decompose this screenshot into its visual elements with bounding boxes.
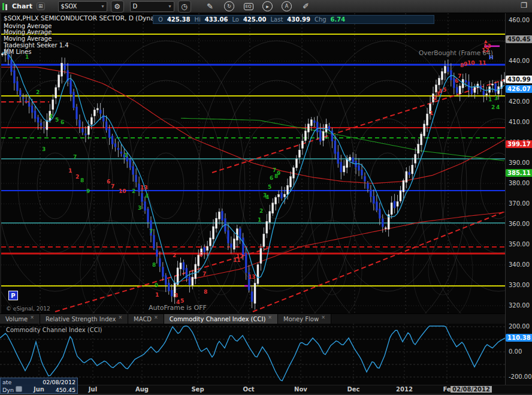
time-interval-button[interactable]: ◷ [178,1,191,13]
price-chart-canvas[interactable]: 1245637891267101312347891234567811121312… [1,13,506,313]
open-value: 425.38 [167,16,191,23]
chart-annotation: 2 [132,188,135,194]
tab-close-icon[interactable]: × [154,315,158,320]
pencil-icon: ✎ [207,2,213,11]
cci-tick-label: -200.00 [509,373,532,380]
chart-annotation: 4 [439,88,442,94]
chart-annotation: 2 [173,252,176,258]
price-chart-pane[interactable]: 1245637891267101312347891234567811121312… [0,13,505,313]
tab-close-icon[interactable]: × [321,315,325,320]
chart-annotation: 5 [443,87,446,93]
data-window-dyn-label: Dyn [2,386,22,394]
chart-annotation: 13 [483,43,491,49]
chart-annotation: 3 [174,293,178,298]
chart-annotation: 3 [42,146,46,152]
play-icon: ▶ [262,1,273,11]
last-label: Last [270,16,283,23]
price-badge-385.11: 385.11 [506,169,532,177]
chart-annotation: 2 [491,104,495,110]
tab-close-icon[interactable]: × [268,315,272,320]
esignal-chart-window: Chart ⊞ $SOX ▾ ⚙ D ▾ ◷ ✎ ↻ EQ ▶ A ✐ ❐ 12… [0,0,532,395]
chart-annotation: 3 [494,95,498,101]
indicator-tabbar: Volume×Relative Strength Index×MACD×Comm… [0,313,505,324]
chart-annotation: 9 [86,188,90,194]
data-window-date-label: ate [2,378,11,386]
price-badge-450.45: 450.45 [506,35,532,43]
window-menu-button[interactable]: ❐ [521,1,527,10]
window-title: Chart [12,2,32,10]
interval-value: D [133,3,138,10]
symbol-settings-button[interactable]: ⚙ [111,1,124,13]
overbought-frame-label: OverBought (Frame 64) [419,49,493,56]
chart-annotation: 7 [111,183,114,189]
tab-label: MACD [134,316,152,322]
symbol-value: $SOX [61,3,77,10]
eq-icon: EQ [244,3,253,10]
price-tick-label: 330.00 [509,282,530,288]
date-axis[interactable]: JunJulAugSepOctNovDec2012Fe02/08/2012 [0,385,532,394]
chart-annotation: 4 [265,194,269,200]
chart-annotation: 12 [236,254,244,260]
symbol-input[interactable]: $SOX ▾ [58,1,107,12]
price-tick-label: 360.00 [509,221,530,227]
month-label-Aug: Aug [135,386,149,393]
tab-relative-strength-index[interactable]: Relative Strength Index× [40,314,128,324]
eraser-button[interactable]: ✐ [299,1,313,12]
chart-annotation: 4 [145,193,149,199]
crosshair-date-badge: 02/08/2012 [451,386,492,393]
tab-volume[interactable]: Volume× [0,314,40,324]
chart-annotation: 2 [259,208,263,214]
price-tick-label: 440.00 [509,58,530,64]
change-value: 6.74 [331,16,346,23]
chart-annotation: 7 [149,228,153,234]
alerts-button[interactable]: A [280,1,294,12]
replay-button[interactable]: ▶ [261,1,275,12]
change-label: Chg [315,16,327,23]
chart-annotation: 1 [124,152,128,158]
chart-annotation: 6 [199,252,202,258]
tab-commodity-channel-index-cci-[interactable]: Commodity Channel Index (CCI)× [164,314,278,324]
chart-annotation: ▲ [484,39,488,44]
price-axis[interactable]: 460.00450.00440.00430.00420.00410.00400.… [505,13,532,395]
tab-close-icon[interactable]: × [30,315,34,320]
refresh-button[interactable]: ↻ [222,1,237,12]
tab-macd[interactable]: MACD× [128,314,164,324]
legend-moving-average-2: Moving Average [4,29,52,35]
chart-annotation: 10 [119,188,126,194]
page-badge[interactable]: P [8,291,18,300]
high-label: Hi [194,16,200,23]
chart-annotation: 7 [202,271,206,277]
high-value: 433.06 [205,16,228,23]
toolbar: Chart ⊞ $SOX ▾ ⚙ D ▾ ◷ ✎ ↻ EQ ▶ A ✐ ❐ [0,0,532,13]
price-tick-label: 340.00 [509,261,530,268]
quote-board-button[interactable]: EQ [241,1,256,12]
chart-layout-badge: ⊞ [37,2,45,10]
chevron-down-icon[interactable]: ▾ [102,4,104,9]
chart-annotation: 5 [55,117,59,123]
chart-annotation: 1 [488,97,492,102]
chart-annotation: 1 [68,168,72,174]
chevron-down-icon[interactable]: ▾ [169,4,171,9]
price-badge-399.17: 399.17 [506,140,532,148]
tab-money-flow[interactable]: Money Flow× [278,314,331,324]
chart-annotation: 13 [140,185,148,191]
draw-tool-button[interactable]: ✎ [203,1,217,12]
eraser-icon: ✐ [303,2,309,11]
price-tick-label: 320.00 [509,302,530,309]
chart-annotation: 2 [36,89,40,95]
interval-select[interactable]: D ▾ [130,1,174,12]
tab-label: Volume [5,316,28,322]
price-tick-label: 390.00 [509,159,530,166]
circle-a-icon: A [282,1,292,11]
data-window-date-value: 02/08/2012 [43,378,75,386]
chart-annotation: 5 [180,298,184,304]
tab-close-icon[interactable]: × [118,315,122,320]
cci-panel[interactable]: Commodity Channel Index (CCI) [0,324,505,385]
autoframe-status: AutoFrame is OFF [149,304,207,312]
chart-annotation: 9 [277,170,280,176]
last-value: 430.99 [287,16,310,23]
price-tick-label: 460.00 [509,17,530,23]
data-window-dyn-value: 450.45 [56,386,75,394]
open-label: O [158,16,163,23]
clock-icon: ◷ [181,2,187,11]
